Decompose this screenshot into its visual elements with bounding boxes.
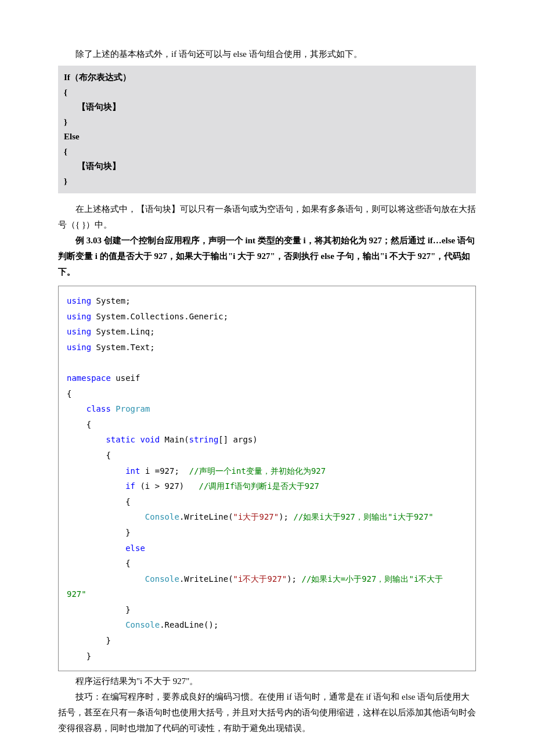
code-line: } [67, 633, 467, 649]
intro-paragraph: 除了上述的基本格式外，if 语句还可以与 else 语句组合使用，其形式如下。 [58, 46, 476, 62]
code-line: Console.ReadLine(); [67, 617, 467, 633]
code-line: if (i > 927) //调用If语句判断i是否大于927 [67, 478, 467, 494]
syntax-line: 【语句块】 [64, 100, 470, 115]
syntax-line: } [64, 115, 470, 130]
code-line: else [67, 541, 467, 556]
code-line: { [67, 386, 467, 402]
code-line: namespace useif [67, 370, 467, 386]
tip-paragraph: 技巧：在编写程序时，要养成良好的编码习惯。在使用 if 语句时，通常是在 if … [58, 689, 476, 736]
code-line: static void Main(string[] args) [67, 432, 467, 448]
code-line: int i =927; //声明一个int变量，并初始化为927 [67, 463, 467, 479]
code-line: using System; [67, 293, 467, 309]
explain-paragraph: 在上述格式中，【语句块】可以只有一条语句或为空语句，如果有多条语句，则可以将这些… [58, 201, 476, 233]
code-line: { [67, 417, 467, 433]
code-line: Console.WriteLine("i大于927"); //如果i大于927，… [67, 509, 467, 525]
code-line: } [67, 602, 467, 618]
code-line: } [67, 525, 467, 541]
code-line: { [67, 448, 467, 463]
syntax-line: { [64, 145, 470, 160]
result-paragraph: 程序运行结果为"i 不大于 927"。 [58, 674, 476, 689]
code-line: using System.Linq; [67, 324, 467, 340]
code-line: 927" [67, 586, 467, 602]
code-line: } [67, 649, 467, 664]
code-box: using System; using System.Collections.G… [58, 286, 476, 671]
code-line [67, 355, 467, 370]
syntax-line: 【语句块】 [64, 159, 470, 174]
code-line: Console.WriteLine("i不大于927"); //如果i大=小于9… [67, 571, 467, 587]
syntax-line: { [64, 85, 470, 100]
code-line: using System.Text; [67, 340, 467, 355]
example-heading: 例 3.03 创建一个控制台应用程序，声明一个 int 类型的变量 i，将其初始… [58, 233, 476, 280]
code-line: { [67, 556, 467, 571]
code-line: class Program [67, 401, 467, 417]
code-line: using System.Collections.Generic; [67, 309, 467, 325]
code-line: { [67, 494, 467, 510]
syntax-box: If（布尔表达式） { 【语句块】 } Else { 【语句块】 } [58, 66, 476, 193]
syntax-line: Else [64, 129, 470, 145]
syntax-line: If（布尔表达式） [64, 70, 470, 85]
syntax-line: } [64, 174, 470, 189]
